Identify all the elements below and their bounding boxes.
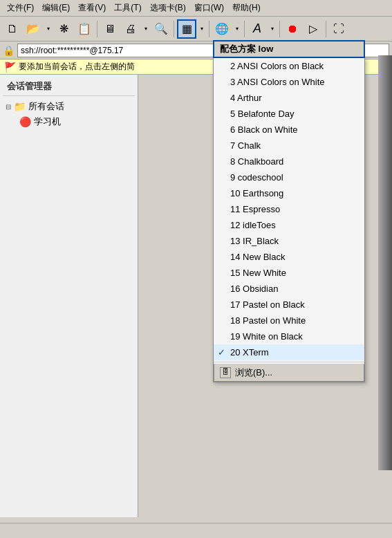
expand-icon: ⊟ <box>6 103 14 111</box>
item-15-label: 16 Obsidian <box>230 284 278 294</box>
dropdown-item-5[interactable]: 6 Black on White <box>214 122 364 138</box>
sidebar-title: 会话管理器 <box>3 77 135 96</box>
item-6-label: 7 Chalk <box>230 140 261 151</box>
session-icon: 🔴 <box>19 116 31 127</box>
info-icon: 🚩 <box>4 62 16 73</box>
dropdown-item-14[interactable]: 15 New White <box>214 265 364 281</box>
print-dropdown[interactable]: ▾ <box>142 19 150 39</box>
item-1-label: 2 ANSI Colors on Black <box>230 61 324 71</box>
right-edge-decoration <box>378 55 392 470</box>
menu-edit[interactable]: 编辑(E) <box>38 1 74 15</box>
script-button[interactable]: ▷ <box>304 19 323 39</box>
toolbar: 🗋 📂 ▾ ❋ 📋 🖥 🖨 ▾ 🔍 ▦ ▾ 🌐 ▾ A ▾ ⏺ ▷ ⛶ <box>0 17 392 41</box>
tree-item-session[interactable]: 🔴 学习机 <box>3 114 135 129</box>
copy-button[interactable]: ❋ <box>54 19 73 39</box>
item-4-label: 5 Belafonte Day <box>230 109 295 119</box>
dropdown-item-6[interactable]: 7 Chalk <box>214 138 364 154</box>
item-17-label: 18 Pastel on White <box>230 315 306 326</box>
item-5-label: 6 Black on White <box>230 124 298 135</box>
separator-6 <box>326 21 326 37</box>
record-button[interactable]: ⏺ <box>283 19 302 39</box>
tree-item-all-sessions[interactable]: ⊟ 📁 所有会话 <box>3 99 135 114</box>
dropdown-item-15[interactable]: 16 Obsidian <box>214 281 364 297</box>
item-18-label: 19 White on Black <box>230 331 303 342</box>
dropdown-item-9[interactable]: 10 Earthsong <box>214 185 364 201</box>
open-button[interactable]: 📂 <box>24 19 43 39</box>
dropdown-item-8[interactable]: 9 codeschool <box>214 169 364 185</box>
tree-label-all-sessions: 所有会话 <box>28 100 64 113</box>
dropdown-item-17[interactable]: 18 Pastel on White <box>214 313 364 328</box>
dropdown-item-13[interactable]: 14 New Black <box>214 249 364 265</box>
menu-tools[interactable]: 工具(T) <box>110 1 145 15</box>
print-button[interactable]: 🖨 <box>121 19 140 39</box>
globe-button[interactable]: 🌐 <box>212 19 232 39</box>
check-icon: ✓ <box>218 347 225 358</box>
dropdown-item-2[interactable]: 3 ANSI Colors on White <box>214 74 364 90</box>
browse-icon: 🗄 <box>220 367 231 378</box>
item-14-label: 15 New White <box>230 268 286 278</box>
colorscheme-button[interactable]: ▦ <box>177 19 196 39</box>
dropdown-header: 配色方案 low <box>213 40 365 58</box>
menu-tabs[interactable]: 选项卡(B) <box>146 1 190 15</box>
folder-icon: 📁 <box>14 101 26 112</box>
menu-help[interactable]: 帮助(H) <box>228 1 265 15</box>
colorscheme-dropdown[interactable]: ▾ <box>198 19 206 39</box>
item-19-label: 20 XTerm <box>230 347 269 358</box>
dropdown-separator <box>214 362 364 362</box>
dropdown-item-12[interactable]: 13 IR_Black <box>214 233 364 249</box>
separator-5 <box>279 21 280 37</box>
dropdown-item-1[interactable]: 2 ANSI Colors on Black <box>214 58 364 74</box>
font-dropdown[interactable]: ▾ <box>268 19 277 39</box>
find-button[interactable]: 🔍 <box>151 19 171 39</box>
fullscreen-button[interactable]: ⛶ <box>329 19 348 39</box>
screen-button[interactable]: 🖥 <box>100 19 120 39</box>
dropdown-overlay: 配色方案 low 2 ANSI Colors on Black 3 ANSI C… <box>213 40 365 382</box>
item-9-label: 10 Earthsong <box>230 188 283 198</box>
separator-4 <box>244 21 245 37</box>
lock-icon: 🔒 <box>3 45 15 56</box>
dropdown-item-11[interactable]: 12 idleToes <box>214 217 364 233</box>
item-12-label: 13 IR_Black <box>230 236 279 246</box>
browse-label: 浏览(B)... <box>235 367 272 379</box>
dropdown-item-19[interactable]: ✓ 20 XTerm <box>214 344 364 360</box>
item-7-label: 8 Chalkboard <box>230 156 283 167</box>
separator-1 <box>97 21 97 37</box>
globe-dropdown[interactable]: ▾ <box>233 19 241 39</box>
item-13-label: 14 New Black <box>230 252 285 262</box>
sidebar: 会话管理器 ⊟ 📁 所有会话 🔴 学习机 <box>0 75 138 517</box>
dropdown-item-3[interactable]: 4 Arthur <box>214 90 364 106</box>
menubar: 文件(F) 编辑(E) 查看(V) 工具(T) 选项卡(B) 窗口(W) 帮助(… <box>0 0 392 17</box>
open-dropdown[interactable]: ▾ <box>44 19 53 39</box>
dropdown-menu: 2 ANSI Colors on Black 3 ANSI Colors on … <box>213 58 365 382</box>
new-button[interactable]: 🗋 <box>3 19 22 39</box>
dropdown-item-16[interactable]: 17 Pastel on Black <box>214 297 364 313</box>
item-2-label: 3 ANSI Colors on White <box>230 77 325 87</box>
browse-button[interactable]: 🗄 浏览(B)... <box>214 364 364 382</box>
dropdown-header-suffix: low <box>256 44 273 54</box>
paste-button[interactable]: 📋 <box>75 19 94 39</box>
item-3-label: 4 Arthur <box>230 93 262 103</box>
menu-view[interactable]: 查看(V) <box>74 1 110 15</box>
item-11-label: 12 idleToes <box>230 220 276 230</box>
item-8-label: 9 codeschool <box>230 172 283 183</box>
menu-window[interactable]: 窗口(W) <box>190 1 228 15</box>
dropdown-item-18[interactable]: 19 White on Black <box>214 328 364 344</box>
separator-3 <box>209 21 209 37</box>
item-16-label: 17 Pastel on Black <box>230 299 305 310</box>
dropdown-item-4[interactable]: 5 Belafonte Day <box>214 106 364 122</box>
menu-file[interactable]: 文件(F) <box>3 1 38 15</box>
dropdown-item-10[interactable]: 11 Espresso <box>214 201 364 217</box>
infobar-text: 要添加当前会话，点击左侧的简 <box>19 61 135 73</box>
dropdown-item-7[interactable]: 8 Chalkboard <box>214 154 364 169</box>
statusbar <box>0 523 392 538</box>
tree-label-session: 学习机 <box>34 115 61 128</box>
item-10-label: 11 Espresso <box>230 204 280 214</box>
separator-2 <box>174 21 174 37</box>
font-button[interactable]: A <box>248 19 267 39</box>
